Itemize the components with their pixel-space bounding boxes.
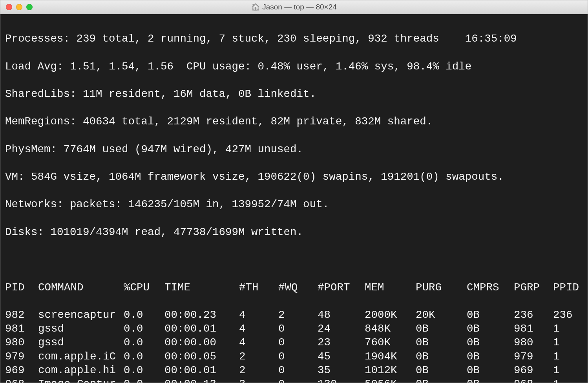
col-cpu: %CPU (124, 281, 164, 294)
cell-port: 48 (318, 308, 365, 322)
summary-memregions: MemRegions: 40634 total, 2129M resident,… (5, 115, 583, 128)
cell-port: 130 (318, 377, 365, 383)
close-icon[interactable] (6, 4, 12, 10)
cell-mem: 848K (365, 322, 416, 336)
process-rows: 982screencaptur0.000:00.2342482000K20K0B… (5, 308, 583, 383)
cell-port: 45 (318, 350, 365, 363)
home-icon: 🏠 (251, 3, 260, 11)
cell-purg: 0B (416, 350, 467, 363)
table-row: 981gssd0.000:00.014024848K0B0B9811 (5, 322, 583, 336)
cell-mem: 1904K (365, 350, 416, 363)
cell-purg: 20K (416, 308, 467, 322)
col-purg: PURG (416, 281, 467, 294)
cell-port: 24 (318, 322, 365, 336)
cell-th: 2 (239, 363, 278, 377)
cell-ppid: 236 (553, 308, 588, 322)
col-cmprs: CMPRS (467, 281, 514, 294)
zoom-icon[interactable] (26, 4, 33, 10)
col-th: #TH (239, 281, 278, 294)
table-row: 982screencaptur0.000:00.2342482000K20K0B… (5, 308, 583, 322)
table-row: 969com.apple.hi0.000:00.0120351012K0B0B9… (5, 363, 583, 377)
column-headers: PIDCOMMAND%CPUTIME#TH#WQ#PORTMEMPURGCMPR… (5, 281, 583, 294)
cell-time: 00:00.23 (164, 308, 239, 322)
cell-cmd: gssd (38, 322, 124, 336)
col-time: TIME (164, 281, 239, 294)
col-port: #PORT (318, 281, 365, 294)
col-wq: #WQ (278, 281, 318, 294)
cell-th: 4 (239, 308, 278, 322)
cell-th: 2 (239, 350, 278, 363)
cell-pgrp: 968 (514, 377, 553, 383)
col-command: COMMAND (38, 281, 124, 294)
cell-cmd: Image Captur (38, 377, 124, 383)
cell-wq: 0 (278, 377, 318, 383)
cell-pid: 982 (5, 308, 38, 322)
cell-wq: 0 (278, 363, 318, 377)
cell-purg: 0B (416, 322, 467, 336)
cell-time: 00:00.00 (164, 336, 239, 349)
cell-mem: 760K (365, 336, 416, 349)
cell-purg: 0B (416, 377, 467, 383)
cell-pgrp: 980 (514, 336, 553, 349)
summary-disks: Disks: 101019/4394M read, 47738/1699M wr… (5, 225, 583, 239)
cell-cmd: gssd (38, 336, 124, 349)
cell-port: 35 (318, 363, 365, 377)
cell-time: 00:00.01 (164, 322, 239, 336)
cell-cmd: screencaptur (38, 308, 124, 322)
col-pid: PID (5, 281, 38, 294)
col-pgrp: PGRP (514, 281, 553, 294)
cell-time: 00:00.01 (164, 363, 239, 377)
cell-ppid: 1 (553, 336, 588, 349)
traffic-lights (0, 4, 33, 10)
cell-wq: 2 (278, 308, 318, 322)
titlebar[interactable]: 🏠 Jason — top — 80×24 (0, 0, 588, 14)
summary-processes: Processes: 239 total, 2 running, 7 stuck… (5, 32, 583, 46)
cell-purg: 0B (416, 363, 467, 377)
cell-cmprs: 0B (467, 377, 514, 383)
cell-cmd: com.apple.iC (38, 350, 124, 363)
cell-th: 4 (239, 322, 278, 336)
summary-loadavg: Load Avg: 1.51, 1.54, 1.56 CPU usage: 0.… (5, 60, 583, 73)
cell-cmprs: 0B (467, 350, 514, 363)
cell-ppid: 1 (553, 322, 588, 336)
table-row: 980gssd0.000:00.004023760K0B0B9801 (5, 336, 583, 349)
cell-port: 23 (318, 336, 365, 349)
cell-cmprs: 0B (467, 322, 514, 336)
cell-cmprs: 0B (467, 363, 514, 377)
summary-physmem: PhysMem: 7764M used (947M wired), 427M u… (5, 142, 583, 156)
table-row: 979com.apple.iC0.000:00.0520451904K0B0B9… (5, 350, 583, 363)
cell-cpu: 0.0 (124, 322, 164, 336)
cell-wq: 0 (278, 350, 318, 363)
cell-cmprs: 0B (467, 336, 514, 349)
blank-line (5, 253, 583, 266)
cell-mem: 2000K (365, 308, 416, 322)
cell-cpu: 0.0 (124, 363, 164, 377)
terminal-window: 🏠 Jason — top — 80×24 Processes: 239 tot… (0, 0, 588, 383)
summary-vm: VM: 584G vsize, 1064M framework vsize, 1… (5, 170, 583, 184)
terminal-output[interactable]: Processes: 239 total, 2 running, 7 stuck… (0, 14, 588, 383)
cell-ppid: 1 (553, 363, 588, 377)
cell-time: 00:00.13 (164, 377, 239, 383)
cell-th: 4 (239, 336, 278, 349)
window-title: 🏠 Jason — top — 80×24 (0, 3, 588, 11)
cell-pid: 981 (5, 322, 38, 336)
minimize-icon[interactable] (16, 4, 22, 10)
table-row: 968Image Captur0.000:00.13301305056K0B0B… (5, 377, 583, 383)
cell-pgrp: 979 (514, 350, 553, 363)
cell-wq: 0 (278, 336, 318, 349)
cell-pgrp: 969 (514, 363, 553, 377)
cell-mem: 5056K (365, 377, 416, 383)
cell-ppid: 1 (553, 377, 588, 383)
cell-th: 3 (239, 377, 278, 383)
cell-pgrp: 236 (514, 308, 553, 322)
cell-pid: 968 (5, 377, 38, 383)
cell-ppid: 1 (553, 350, 588, 363)
cell-cpu: 0.0 (124, 350, 164, 363)
cell-purg: 0B (416, 336, 467, 349)
window-title-text: Jason — top — 80×24 (262, 3, 337, 11)
col-mem: MEM (365, 281, 416, 294)
cell-pid: 979 (5, 350, 38, 363)
cell-cpu: 0.0 (124, 336, 164, 349)
cell-pid: 980 (5, 336, 38, 349)
cell-wq: 0 (278, 322, 318, 336)
